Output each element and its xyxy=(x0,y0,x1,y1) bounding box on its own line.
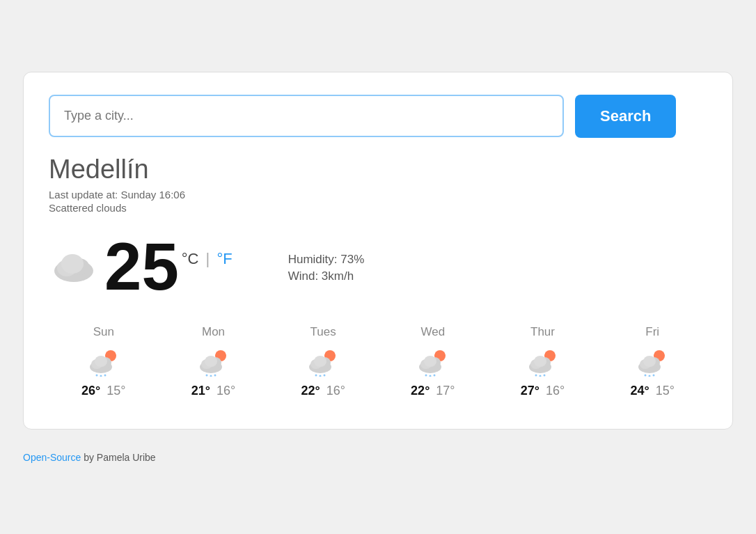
svg-point-42 xyxy=(539,375,541,377)
svg-point-19 xyxy=(214,374,216,376)
forecast-temps: 27° 16° xyxy=(521,384,565,398)
svg-point-16 xyxy=(205,356,217,367)
forecast-day: Tues 22° 16° xyxy=(268,325,378,398)
svg-point-35 xyxy=(433,374,435,376)
forecast-icon xyxy=(196,346,232,377)
forecast-icon xyxy=(305,346,341,377)
svg-point-43 xyxy=(543,374,545,376)
svg-point-34 xyxy=(429,375,431,377)
forecast-row: Sun 26° 15°Mon 21° 16°Tues xyxy=(49,325,707,398)
forecast-day: Fri 24° 15° xyxy=(597,325,707,398)
forecast-day-label: Mon xyxy=(202,325,225,339)
forecast-temps: 22° 16° xyxy=(301,384,345,398)
forecast-day-label: Fri xyxy=(645,325,659,339)
svg-point-11 xyxy=(104,374,106,376)
svg-point-24 xyxy=(314,356,326,367)
svg-point-25 xyxy=(315,374,317,376)
svg-point-48 xyxy=(643,356,656,367)
forecast-low: 16° xyxy=(213,384,235,398)
forecast-low: 15° xyxy=(652,384,675,398)
svg-point-17 xyxy=(205,374,207,376)
forecast-high: 22° xyxy=(411,384,430,398)
last-update: Last update at: Sunday 16:06 xyxy=(49,189,707,201)
search-row: Search xyxy=(49,95,707,138)
weather-description: Scattered clouds xyxy=(49,202,707,214)
forecast-low: 17° xyxy=(432,384,455,398)
forecast-temps: 21° 16° xyxy=(191,384,235,398)
svg-point-27 xyxy=(324,374,326,376)
search-button[interactable]: Search xyxy=(575,95,676,138)
current-temperature: 25 xyxy=(104,233,179,300)
open-source-link[interactable]: Open-Source xyxy=(23,452,81,463)
svg-point-32 xyxy=(424,356,436,367)
forecast-low: 16° xyxy=(323,384,345,398)
svg-point-33 xyxy=(425,374,427,376)
forecast-temps: 26° 15° xyxy=(81,384,125,398)
humidity: Humidity: 73% xyxy=(288,253,365,267)
forecast-icon xyxy=(415,346,451,377)
forecast-temps: 24° 15° xyxy=(630,384,674,398)
forecast-low: 15° xyxy=(103,384,125,398)
forecast-high: 21° xyxy=(191,384,210,398)
unit-pipe: | xyxy=(201,250,214,267)
wind: Wind: 3km/h xyxy=(288,269,365,283)
cloud-icon xyxy=(49,247,99,286)
forecast-icon xyxy=(634,346,670,377)
svg-point-51 xyxy=(653,374,655,376)
city-name: Medellín xyxy=(49,155,707,184)
svg-point-26 xyxy=(320,375,322,377)
svg-point-50 xyxy=(649,375,651,377)
search-input[interactable] xyxy=(49,95,564,137)
forecast-icon xyxy=(525,346,561,377)
forecast-day: Mon 21° 16° xyxy=(159,325,269,398)
humidity-wind: Humidity: 73% Wind: 3km/h xyxy=(288,253,365,286)
forecast-day-label: Sun xyxy=(93,325,114,339)
forecast-high: 24° xyxy=(630,384,649,398)
forecast-high: 22° xyxy=(301,384,320,398)
svg-point-49 xyxy=(645,374,647,376)
weather-card: Search Medellín Last update at: Sunday 1… xyxy=(23,72,733,430)
forecast-day-label: Wed xyxy=(421,325,446,339)
forecast-day: Wed 22° 17° xyxy=(378,325,488,398)
forecast-temps: 22° 17° xyxy=(411,384,455,398)
forecast-day-label: Tues xyxy=(310,325,336,339)
svg-point-40 xyxy=(534,356,546,367)
footer: Open-Source by Pamela Uribe xyxy=(23,452,733,463)
forecast-day: Sun 26° 15° xyxy=(49,325,159,398)
svg-point-3 xyxy=(61,254,84,274)
forecast-low: 16° xyxy=(542,384,565,398)
current-weather: 25 °C | °F Humidity: 73% Wind: 3km/h xyxy=(49,233,707,300)
forecast-high: 27° xyxy=(521,384,540,398)
svg-point-8 xyxy=(95,356,107,367)
forecast-day-label: Thur xyxy=(530,325,555,339)
celsius-label: °C xyxy=(182,250,199,267)
svg-point-18 xyxy=(210,375,212,377)
temperature-unit: °C | °F xyxy=(182,250,233,268)
footer-suffix: by Pamela Uribe xyxy=(81,452,155,463)
forecast-icon xyxy=(86,346,122,377)
svg-point-41 xyxy=(535,374,537,376)
forecast-high: 26° xyxy=(81,384,100,398)
svg-point-10 xyxy=(100,375,102,377)
forecast-day: Thur 27° 16° xyxy=(488,325,598,398)
svg-point-9 xyxy=(95,374,97,376)
fahrenheit-label[interactable]: °F xyxy=(216,250,232,267)
